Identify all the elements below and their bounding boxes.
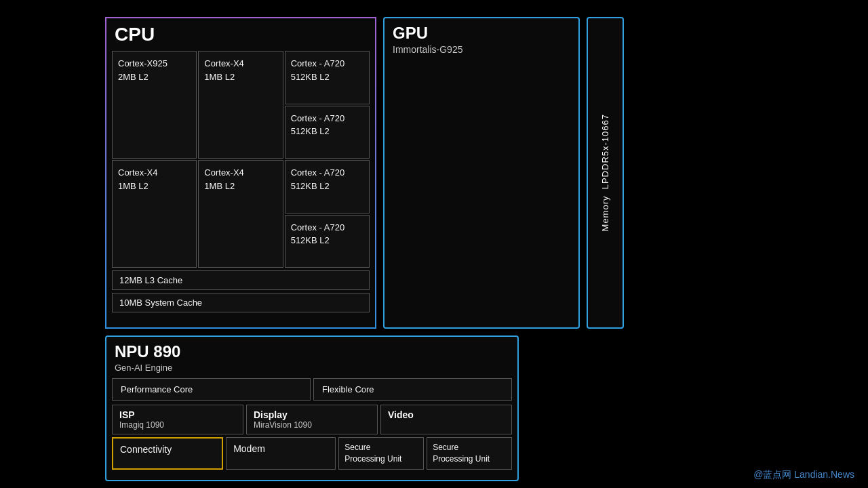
gpu-title: GPU: [384, 18, 578, 44]
core-name: Cortex - A720: [291, 58, 345, 68]
core-name: Cortex - A720: [291, 167, 345, 178]
gpu-block: GPU Immortalis-G925: [383, 17, 580, 329]
core-cortex-x925: Cortex-X925 2MB L2: [112, 51, 197, 159]
display-title: Display: [254, 409, 370, 420]
connectivity-cell: Connectivity: [112, 437, 223, 470]
core-name: Cortex-X925: [118, 58, 167, 68]
core-cache: 1MB L2: [204, 181, 235, 191]
cpu-title: CPU: [106, 18, 375, 51]
video-title: Video: [388, 409, 505, 420]
isp-title: ISP: [119, 409, 236, 420]
core-cache: 1MB L2: [204, 72, 235, 82]
core-name: Cortex - A720: [291, 222, 345, 232]
npu-cores-row: Performance Core Flexible Core: [112, 378, 512, 401]
core-cortex-x4-mid2: Cortex-X4 1MB L2: [198, 160, 283, 268]
core-cortex-a720-2: Cortex - A720 512KB L2: [285, 106, 370, 159]
gpu-subtitle: Immortalis-G925: [384, 44, 578, 60]
core-name: Cortex-X4: [118, 167, 158, 178]
core-cache: 2MB L2: [118, 72, 149, 82]
core-cortex-x4-mid1: Cortex-X4 1MB L2: [112, 160, 197, 268]
modem-label: Modem: [233, 443, 265, 454]
core-cortex-a720-3: Cortex - A720 512KB L2: [285, 160, 370, 214]
core-cache: 512KB L2: [291, 72, 330, 82]
core-cortex-a720-1: Cortex - A720 512KB L2: [285, 51, 370, 104]
npu-subtitle: Gen-AI Engine: [106, 363, 517, 378]
spu2-line2: Processing Unit: [433, 454, 490, 464]
npu-block: NPU 890 Gen-AI Engine Performance Core F…: [105, 336, 519, 481]
l3-cache: 12MB L3 Cache: [112, 270, 370, 290]
cpu-cores-grid: Cortex-X925 2MB L2 Cortex-X4 1MB L2 Cort…: [112, 51, 370, 268]
spu1-line2: Processing Unit: [344, 454, 401, 464]
video-cell: Video: [380, 405, 512, 434]
bottom-row2: Connectivity Modem Secure Processing Uni…: [112, 437, 512, 470]
spu2-line1: Secure: [433, 443, 458, 452]
connectivity-label: Connectivity: [120, 444, 172, 455]
core-cortex-a720-4: Cortex - A720 512KB L2: [285, 215, 370, 268]
npu-flexible-core: Flexible Core: [313, 378, 512, 401]
core-cache: 512KB L2: [291, 126, 330, 136]
bottom-row1: ISP Imagiq 1090 Display MiraVision 1090 …: [112, 405, 512, 434]
display-cell: Display MiraVision 1090: [246, 405, 378, 434]
spu1-line1: Secure: [344, 443, 370, 452]
core-name: Cortex - A720: [291, 113, 345, 123]
spu2-cell: Secure Processing Unit: [427, 437, 512, 470]
npu-performance-core: Performance Core: [112, 378, 311, 401]
isp-subtitle: Imagiq 1090: [119, 420, 236, 430]
core-name: Cortex-X4: [204, 58, 244, 68]
core-cache: 512KB L2: [291, 235, 330, 245]
core-cache: 1MB L2: [118, 181, 149, 191]
core-name: Cortex-X4: [204, 167, 244, 178]
modem-cell: Modem: [226, 437, 336, 470]
display-subtitle: MiraVision 1090: [254, 420, 370, 430]
system-cache: 10MB System Cache: [112, 293, 370, 312]
watermark: @蓝点网 Landian.News: [753, 469, 854, 481]
core-cortex-x4-top: Cortex-X4 1MB L2: [198, 51, 283, 159]
memory-text: Memory LPDDR5x-10667: [600, 114, 610, 231]
memory-block: Memory LPDDR5x-10667: [587, 17, 624, 329]
core-cache: 512KB L2: [291, 181, 330, 191]
cpu-block: CPU Cortex-X925 2MB L2 Cortex-X4 1MB L2 …: [105, 17, 376, 329]
npu-title: NPU 890: [106, 337, 517, 363]
isp-cell: ISP Imagiq 1090: [112, 405, 243, 434]
main-diagram: CPU Cortex-X925 2MB L2 Cortex-X4 1MB L2 …: [105, 10, 661, 478]
spu1-cell: Secure Processing Unit: [338, 437, 424, 470]
